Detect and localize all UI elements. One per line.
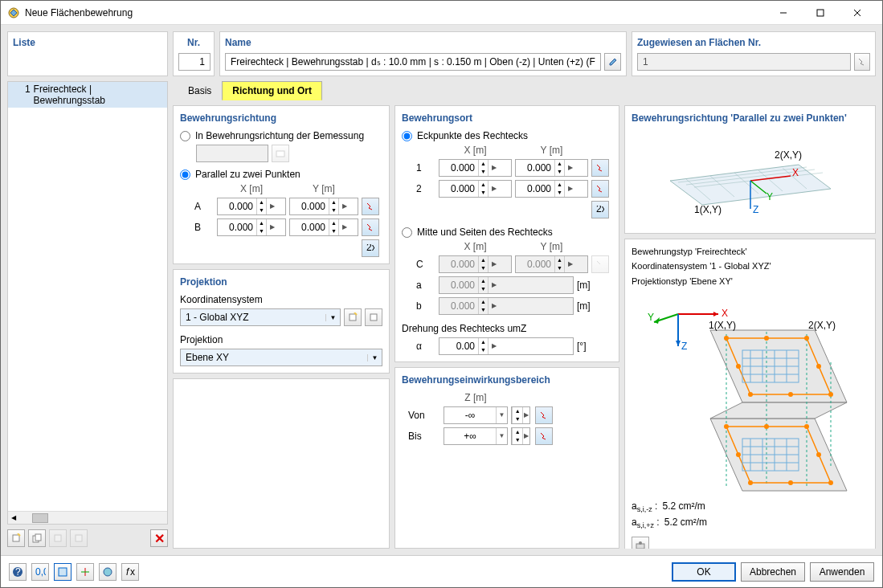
svg-rect-12 [350,314,356,321]
preview1-image: X Y Z 1(X,Y) 2(X,Y) [632,127,869,227]
p1-x-input[interactable] [439,162,478,174]
cancel-button[interactable]: Abbrechen [741,562,805,582]
radio-parallel-zwei-punkten[interactable]: Parallel zu zwei Punkten [180,169,382,180]
tab-basis[interactable]: Basis [178,81,222,100]
view-mode2-button[interactable] [76,563,94,581]
svg-rect-7 [35,534,41,541]
svg-text:Z: Z [681,341,687,352]
ok-button[interactable]: OK [672,562,736,582]
svg-point-70 [764,336,769,341]
pick-p1-button[interactable] [591,159,609,177]
list-item-label: Freirechteck | Bewehrungsstab [34,84,164,106]
view-mode1-button[interactable] [54,563,72,581]
proj-label: Projektion [180,334,382,345]
von-value[interactable]: -∞ [444,410,496,421]
svg-rect-13 [370,314,377,321]
col-x: X [m] [217,183,286,194]
assigned-input[interactable] [637,53,851,71]
alpha-input[interactable] [439,341,478,352]
library2-button[interactable] [70,529,88,547]
b-y-input[interactable] [290,222,329,233]
name-input[interactable] [225,53,601,71]
maximize-button[interactable] [802,1,839,25]
svg-text:X: X [792,167,799,178]
b-x-input[interactable] [218,222,256,233]
render-button[interactable] [99,563,117,581]
tab-richtung-und-ort[interactable]: Richtung und Ort [222,81,322,100]
dir-settings-button[interactable] [272,145,289,162]
preview2-line1: Bewehrungstyp 'Freirechteck' [632,246,869,257]
svg-point-79 [816,452,821,457]
svg-text:?: ? [15,566,21,578]
pick-p2-button[interactable] [591,180,609,198]
pick-bis-button[interactable] [535,427,553,445]
radio-in-bewehrungsrichtung[interactable]: In Bewehrungsrichtung der Bemessung [180,130,382,141]
svg-text:2x: 2x [596,206,604,214]
svg-text:2x: 2x [366,244,374,252]
radio-eckpunkte[interactable]: Eckpunkte des Rechtecks [402,130,612,141]
units-button[interactable]: 0,00 [31,563,49,581]
svg-rect-2 [817,10,824,16]
preview2-line2: Koordinatensystem '1 - Global XYZ' [632,260,869,272]
pick-two-points-button[interactable]: 2x [362,239,379,257]
list-item[interactable]: 1 Freirechteck | Bewehrungsstab [8,82,167,108]
svg-rect-9 [76,535,82,541]
projection-select[interactable]: Ebene XY▼ [180,349,382,366]
help-button[interactable]: ? [9,563,27,581]
pick-point-b-button[interactable] [362,218,379,236]
svg-text:Z: Z [753,204,758,215]
minimize-button[interactable] [765,1,802,25]
pick-point-a-button[interactable] [362,198,379,215]
radio-label: Parallel zu zwei Punkten [195,169,300,180]
scroll-left-icon[interactable]: ◀ [8,514,19,521]
app-icon [7,6,20,19]
svg-marker-37 [676,341,681,346]
coord-label: Koordinatensystem [180,294,382,305]
svg-text:Y: Y [648,312,654,323]
p2-x-input[interactable] [439,183,478,194]
library-button[interactable] [49,529,67,547]
window-title: Neue Flächenbewehrung [25,7,765,18]
delete-item-button[interactable]: ✕ [150,529,168,547]
edit-name-button[interactable] [604,53,621,71]
radio-mitte-seiten[interactable]: Mitte und Seiten des Rechtecks [402,227,612,238]
coord-system-select[interactable]: 1 - Global XYZ▼ [180,308,341,326]
pick-rect-two-button[interactable]: 2x [591,201,609,218]
preview2-line3: Projektionstyp 'Ebene XY' [632,276,869,287]
svg-point-74 [724,424,729,429]
svg-point-71 [816,364,821,369]
radio-label: In Bewehrungsrichtung der Bemessung [195,130,364,141]
svg-text:2(X,Y): 2(X,Y) [808,320,836,331]
svg-rect-5 [13,535,19,541]
svg-text:2(X,Y): 2(X,Y) [775,149,802,161]
new-item-button[interactable] [7,529,25,547]
pick-surface-button[interactable] [854,53,870,71]
preview-settings-button[interactable] [632,537,649,549]
svg-point-77 [748,480,753,485]
new-coord-button[interactable] [344,308,362,326]
scrollbar-thumb[interactable] [32,513,48,523]
edit-coord-button[interactable] [365,308,382,326]
a-x-input[interactable] [218,201,256,212]
pick-von-button[interactable] [535,406,553,424]
svg-text:1(X,Y): 1(X,Y) [694,204,722,215]
list-item-number: 1 [11,84,31,106]
close-button[interactable] [839,1,876,25]
preview1-caption: Bewehrungsrichtung 'Parallel zu zwei Pun… [632,112,869,124]
item-list[interactable]: 1 Freirechteck | Bewehrungsstab ◀ [7,81,168,525]
radio-label: Eckpunkte des Rechtecks [417,130,528,141]
apply-button[interactable]: Anwenden [810,562,874,582]
svg-text:X: X [722,308,728,319]
bis-value[interactable]: +∞ [444,431,496,442]
nr-header: Nr. [178,37,209,48]
p1-y-input[interactable] [516,162,554,174]
c-y-input [516,259,554,270]
script-button[interactable]: fx [121,563,139,581]
svg-point-80 [788,480,793,485]
nr-input[interactable] [178,53,211,71]
p2-y-input[interactable] [516,183,554,194]
row-a-label: A [194,201,214,212]
group-bewehrungsort: Bewehrungsort [402,112,612,124]
a-y-input[interactable] [290,201,329,212]
copy-item-button[interactable] [28,529,46,547]
